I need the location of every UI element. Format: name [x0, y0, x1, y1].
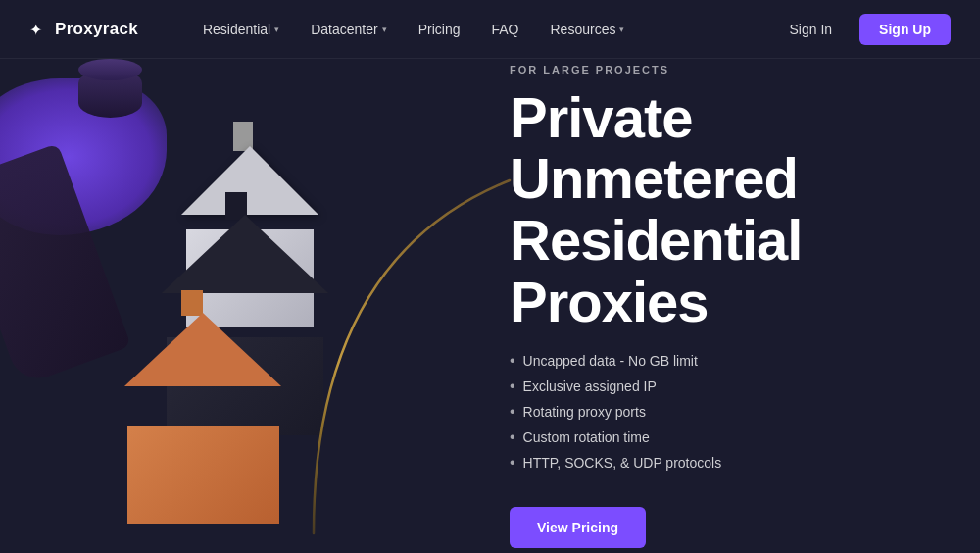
nav-residential[interactable]: Residential ▾	[187, 22, 295, 37]
hero-section: FOR LARGE PROJECTS Private Unmetered Res…	[0, 59, 980, 553]
view-pricing-button[interactable]: View Pricing	[510, 507, 646, 548]
feature-item: HTTP, SOCKS, & UDP protocols	[510, 454, 931, 472]
signup-button[interactable]: Sign Up	[859, 14, 951, 45]
hero-content: FOR LARGE PROJECTS Private Unmetered Res…	[490, 59, 980, 553]
feature-item: Exclusive assigned IP	[510, 377, 931, 395]
nav-actions: Sign In Sign Up	[778, 14, 951, 45]
nav-links: Residential ▾ Datacenter ▾ Pricing FAQ R…	[187, 22, 778, 37]
hero-title-line3: Residential	[510, 208, 802, 272]
logo-text: Proxyrack	[55, 20, 138, 39]
nav-faq[interactable]: FAQ	[475, 22, 534, 37]
feature-item: Custom rotation time	[510, 428, 931, 446]
chevron-down-icon: ▾	[619, 25, 624, 34]
feature-item: Rotating proxy ports	[510, 403, 931, 421]
chevron-down-icon: ▾	[382, 25, 387, 34]
feature-list: Uncapped data - No GB limit Exclusive as…	[510, 352, 931, 479]
hero-label: FOR LARGE PROJECTS	[510, 64, 931, 75]
hero-title-line2: Unmetered	[510, 146, 798, 210]
hero-visual	[0, 59, 490, 553]
feature-item: Uncapped data - No GB limit	[510, 352, 931, 370]
hero-title: Private Unmetered Residential Proxies	[510, 87, 931, 333]
chevron-down-icon: ▾	[274, 25, 279, 34]
nav-datacenter[interactable]: Datacenter ▾	[295, 22, 402, 37]
hero-title-line1: Private	[510, 85, 692, 149]
nav-resources[interactable]: Resources ▾	[535, 22, 641, 37]
nav-pricing[interactable]: Pricing	[403, 22, 476, 37]
hero-title-line4: Proxies	[510, 270, 709, 333]
navbar: ✦ Proxyrack Residential ▾ Datacenter ▾ P…	[0, 0, 980, 59]
cylinder-shape	[78, 69, 142, 118]
signin-button[interactable]: Sign In	[778, 16, 845, 43]
logo-icon: ✦	[29, 21, 47, 38]
golden-arc	[235, 161, 529, 553]
logo[interactable]: ✦ Proxyrack	[29, 20, 138, 39]
